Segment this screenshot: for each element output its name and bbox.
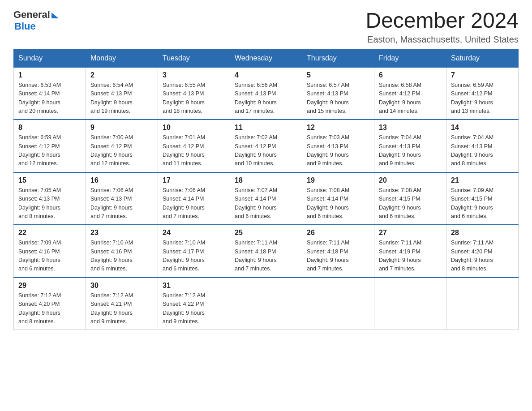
day-number: 29 (18, 282, 81, 290)
calendar-day-cell: 15Sunrise: 7:05 AMSunset: 4:13 PMDayligh… (14, 172, 86, 225)
calendar-day-cell: 12Sunrise: 7:03 AMSunset: 4:13 PMDayligh… (302, 120, 374, 172)
day-info: Sunrise: 6:55 AMSunset: 4:13 PMDaylight:… (163, 81, 225, 116)
location-subtitle: Easton, Massachusetts, United States (365, 34, 519, 45)
page-header: General Blue December 2024 Easton, Massa… (13, 9, 519, 45)
day-info: Sunrise: 7:01 AMSunset: 4:12 PMDaylight:… (163, 133, 225, 168)
day-info: Sunrise: 7:00 AMSunset: 4:12 PMDaylight:… (90, 133, 153, 168)
header-monday: Monday (86, 49, 158, 67)
day-number: 13 (379, 124, 442, 132)
calendar-day-cell: 1Sunrise: 6:53 AMSunset: 4:14 PMDaylight… (14, 67, 86, 120)
day-number: 27 (379, 229, 442, 237)
header-tuesday: Tuesday (158, 49, 230, 67)
day-number: 6 (379, 71, 442, 79)
day-number: 30 (90, 282, 153, 290)
calendar-week-row: 22Sunrise: 7:09 AMSunset: 4:16 PMDayligh… (14, 225, 519, 278)
calendar-day-cell: 22Sunrise: 7:09 AMSunset: 4:16 PMDayligh… (14, 225, 86, 278)
calendar-day-cell: 25Sunrise: 7:11 AMSunset: 4:18 PMDayligh… (230, 225, 302, 278)
calendar-day-cell: 30Sunrise: 7:12 AMSunset: 4:21 PMDayligh… (86, 278, 158, 330)
calendar-week-row: 15Sunrise: 7:05 AMSunset: 4:13 PMDayligh… (14, 172, 519, 225)
day-info: Sunrise: 7:04 AMSunset: 4:13 PMDaylight:… (451, 133, 514, 168)
day-number: 25 (235, 229, 297, 237)
day-number: 16 (90, 176, 153, 184)
header-wednesday: Wednesday (230, 49, 302, 67)
calendar-day-cell: 18Sunrise: 7:07 AMSunset: 4:14 PMDayligh… (230, 172, 302, 225)
calendar-day-cell: 20Sunrise: 7:08 AMSunset: 4:15 PMDayligh… (374, 172, 446, 225)
day-number: 3 (163, 71, 225, 79)
calendar-day-cell: 24Sunrise: 7:10 AMSunset: 4:17 PMDayligh… (158, 225, 230, 278)
day-info: Sunrise: 7:12 AMSunset: 4:22 PMDaylight:… (163, 291, 225, 326)
day-number: 2 (90, 71, 153, 79)
day-info: Sunrise: 7:06 AMSunset: 4:13 PMDaylight:… (90, 186, 153, 221)
day-number: 26 (307, 229, 369, 237)
calendar-day-cell: 11Sunrise: 7:02 AMSunset: 4:12 PMDayligh… (230, 120, 302, 172)
day-info: Sunrise: 7:07 AMSunset: 4:14 PMDaylight:… (235, 186, 297, 221)
day-number: 11 (235, 124, 297, 132)
calendar-week-row: 1Sunrise: 6:53 AMSunset: 4:14 PMDaylight… (14, 67, 519, 120)
header-friday: Friday (374, 49, 446, 67)
calendar-day-cell (446, 278, 519, 330)
day-info: Sunrise: 7:06 AMSunset: 4:14 PMDaylight:… (163, 186, 225, 221)
day-info: Sunrise: 7:04 AMSunset: 4:13 PMDaylight:… (379, 133, 442, 168)
day-info: Sunrise: 7:08 AMSunset: 4:15 PMDaylight:… (379, 186, 442, 221)
day-number: 8 (18, 124, 81, 132)
month-title: December 2024 (365, 9, 519, 33)
day-number: 22 (18, 229, 81, 237)
calendar-week-row: 29Sunrise: 7:12 AMSunset: 4:20 PMDayligh… (14, 278, 519, 330)
calendar-day-cell: 14Sunrise: 7:04 AMSunset: 4:13 PMDayligh… (446, 120, 519, 172)
day-info: Sunrise: 7:12 AMSunset: 4:20 PMDaylight:… (18, 291, 81, 326)
weekday-header-row: Sunday Monday Tuesday Wednesday Thursday… (14, 49, 519, 67)
day-number: 31 (163, 282, 225, 290)
day-info: Sunrise: 7:10 AMSunset: 4:16 PMDaylight:… (90, 239, 153, 274)
logo-blue-text: Blue (14, 21, 36, 32)
day-info: Sunrise: 6:56 AMSunset: 4:13 PMDaylight:… (235, 81, 297, 116)
calendar-day-cell: 27Sunrise: 7:11 AMSunset: 4:19 PMDayligh… (374, 225, 446, 278)
calendar-day-cell (374, 278, 446, 330)
calendar-day-cell: 6Sunrise: 6:58 AMSunset: 4:12 PMDaylight… (374, 67, 446, 120)
day-info: Sunrise: 7:03 AMSunset: 4:13 PMDaylight:… (307, 133, 369, 168)
day-number: 19 (307, 176, 369, 184)
day-number: 20 (379, 176, 442, 184)
calendar-day-cell: 31Sunrise: 7:12 AMSunset: 4:22 PMDayligh… (158, 278, 230, 330)
calendar-day-cell: 23Sunrise: 7:10 AMSunset: 4:16 PMDayligh… (86, 225, 158, 278)
calendar-table: Sunday Monday Tuesday Wednesday Thursday… (13, 49, 519, 330)
day-number: 15 (18, 176, 81, 184)
logo: General Blue (13, 9, 59, 32)
calendar-day-cell: 21Sunrise: 7:09 AMSunset: 4:15 PMDayligh… (446, 172, 519, 225)
calendar-day-cell: 2Sunrise: 6:54 AMSunset: 4:13 PMDaylight… (86, 67, 158, 120)
day-number: 23 (90, 229, 153, 237)
calendar-day-cell: 7Sunrise: 6:59 AMSunset: 4:12 PMDaylight… (446, 67, 519, 120)
day-info: Sunrise: 7:02 AMSunset: 4:12 PMDaylight:… (235, 133, 297, 168)
day-number: 10 (163, 124, 225, 132)
day-info: Sunrise: 6:53 AMSunset: 4:14 PMDaylight:… (18, 81, 81, 116)
day-info: Sunrise: 7:11 AMSunset: 4:19 PMDaylight:… (379, 239, 442, 274)
calendar-day-cell: 29Sunrise: 7:12 AMSunset: 4:20 PMDayligh… (14, 278, 86, 330)
day-number: 18 (235, 176, 297, 184)
day-info: Sunrise: 7:09 AMSunset: 4:15 PMDaylight:… (451, 186, 514, 221)
day-number: 17 (163, 176, 225, 184)
day-number: 28 (451, 229, 514, 237)
day-info: Sunrise: 6:58 AMSunset: 4:12 PMDaylight:… (379, 81, 442, 116)
title-block: December 2024 Easton, Massachusetts, Uni… (365, 9, 519, 45)
day-info: Sunrise: 7:11 AMSunset: 4:18 PMDaylight:… (235, 239, 297, 274)
calendar-day-cell: 10Sunrise: 7:01 AMSunset: 4:12 PMDayligh… (158, 120, 230, 172)
day-number: 5 (307, 71, 369, 79)
calendar-week-row: 8Sunrise: 6:59 AMSunset: 4:12 PMDaylight… (14, 120, 519, 172)
day-info: Sunrise: 6:59 AMSunset: 4:12 PMDaylight:… (18, 133, 81, 168)
day-number: 14 (451, 124, 514, 132)
day-number: 21 (451, 176, 514, 184)
day-info: Sunrise: 7:12 AMSunset: 4:21 PMDaylight:… (90, 291, 153, 326)
calendar-day-cell: 8Sunrise: 6:59 AMSunset: 4:12 PMDaylight… (14, 120, 86, 172)
calendar-day-cell: 9Sunrise: 7:00 AMSunset: 4:12 PMDaylight… (86, 120, 158, 172)
calendar-day-cell: 19Sunrise: 7:08 AMSunset: 4:14 PMDayligh… (302, 172, 374, 225)
header-sunday: Sunday (14, 49, 86, 67)
calendar-day-cell: 13Sunrise: 7:04 AMSunset: 4:13 PMDayligh… (374, 120, 446, 172)
day-info: Sunrise: 6:57 AMSunset: 4:13 PMDaylight:… (307, 81, 369, 116)
day-info: Sunrise: 7:10 AMSunset: 4:17 PMDaylight:… (163, 239, 225, 274)
calendar-day-cell: 17Sunrise: 7:06 AMSunset: 4:14 PMDayligh… (158, 172, 230, 225)
day-number: 24 (163, 229, 225, 237)
day-info: Sunrise: 7:09 AMSunset: 4:16 PMDaylight:… (18, 239, 81, 274)
day-number: 7 (451, 71, 514, 79)
day-info: Sunrise: 6:54 AMSunset: 4:13 PMDaylight:… (90, 81, 153, 116)
day-number: 12 (307, 124, 369, 132)
calendar-day-cell: 26Sunrise: 7:11 AMSunset: 4:18 PMDayligh… (302, 225, 374, 278)
